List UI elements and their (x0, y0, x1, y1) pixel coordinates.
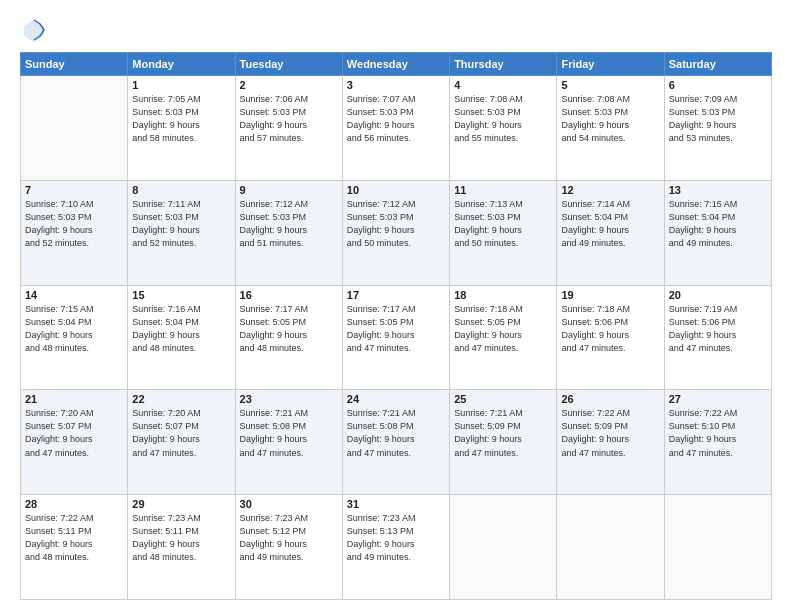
table-cell: 22Sunrise: 7:20 AM Sunset: 5:07 PM Dayli… (128, 390, 235, 495)
day-number: 10 (347, 184, 445, 196)
table-cell: 30Sunrise: 7:23 AM Sunset: 5:12 PM Dayli… (235, 495, 342, 600)
day-info: Sunrise: 7:21 AM Sunset: 5:09 PM Dayligh… (454, 407, 552, 459)
day-number: 6 (669, 79, 767, 91)
day-number: 31 (347, 498, 445, 510)
table-cell: 2Sunrise: 7:06 AM Sunset: 5:03 PM Daylig… (235, 76, 342, 181)
header (20, 16, 772, 44)
day-info: Sunrise: 7:12 AM Sunset: 5:03 PM Dayligh… (240, 198, 338, 250)
day-info: Sunrise: 7:08 AM Sunset: 5:03 PM Dayligh… (454, 93, 552, 145)
logo-icon (20, 16, 48, 44)
table-cell: 23Sunrise: 7:21 AM Sunset: 5:08 PM Dayli… (235, 390, 342, 495)
day-info: Sunrise: 7:14 AM Sunset: 5:04 PM Dayligh… (561, 198, 659, 250)
day-number: 29 (132, 498, 230, 510)
table-cell: 19Sunrise: 7:18 AM Sunset: 5:06 PM Dayli… (557, 285, 664, 390)
table-cell: 5Sunrise: 7:08 AM Sunset: 5:03 PM Daylig… (557, 76, 664, 181)
day-info: Sunrise: 7:15 AM Sunset: 5:04 PM Dayligh… (669, 198, 767, 250)
table-cell: 18Sunrise: 7:18 AM Sunset: 5:05 PM Dayli… (450, 285, 557, 390)
table-cell: 9Sunrise: 7:12 AM Sunset: 5:03 PM Daylig… (235, 180, 342, 285)
table-cell (450, 495, 557, 600)
col-saturday: Saturday (664, 53, 771, 76)
table-cell: 29Sunrise: 7:23 AM Sunset: 5:11 PM Dayli… (128, 495, 235, 600)
table-cell: 6Sunrise: 7:09 AM Sunset: 5:03 PM Daylig… (664, 76, 771, 181)
day-info: Sunrise: 7:06 AM Sunset: 5:03 PM Dayligh… (240, 93, 338, 145)
table-cell: 12Sunrise: 7:14 AM Sunset: 5:04 PM Dayli… (557, 180, 664, 285)
week-row-2: 7Sunrise: 7:10 AM Sunset: 5:03 PM Daylig… (21, 180, 772, 285)
table-cell (557, 495, 664, 600)
day-number: 11 (454, 184, 552, 196)
day-number: 19 (561, 289, 659, 301)
day-info: Sunrise: 7:12 AM Sunset: 5:03 PM Dayligh… (347, 198, 445, 250)
svg-marker-0 (24, 20, 44, 42)
day-number: 1 (132, 79, 230, 91)
col-thursday: Thursday (450, 53, 557, 76)
day-number: 25 (454, 393, 552, 405)
table-cell: 13Sunrise: 7:15 AM Sunset: 5:04 PM Dayli… (664, 180, 771, 285)
table-cell: 26Sunrise: 7:22 AM Sunset: 5:09 PM Dayli… (557, 390, 664, 495)
table-cell: 1Sunrise: 7:05 AM Sunset: 5:03 PM Daylig… (128, 76, 235, 181)
day-info: Sunrise: 7:22 AM Sunset: 5:09 PM Dayligh… (561, 407, 659, 459)
day-number: 21 (25, 393, 123, 405)
table-cell: 20Sunrise: 7:19 AM Sunset: 5:06 PM Dayli… (664, 285, 771, 390)
day-number: 15 (132, 289, 230, 301)
col-wednesday: Wednesday (342, 53, 449, 76)
day-number: 14 (25, 289, 123, 301)
day-number: 9 (240, 184, 338, 196)
day-number: 7 (25, 184, 123, 196)
day-number: 24 (347, 393, 445, 405)
day-info: Sunrise: 7:08 AM Sunset: 5:03 PM Dayligh… (561, 93, 659, 145)
day-number: 27 (669, 393, 767, 405)
day-info: Sunrise: 7:18 AM Sunset: 5:05 PM Dayligh… (454, 303, 552, 355)
day-info: Sunrise: 7:23 AM Sunset: 5:12 PM Dayligh… (240, 512, 338, 564)
day-number: 4 (454, 79, 552, 91)
table-cell: 17Sunrise: 7:17 AM Sunset: 5:05 PM Dayli… (342, 285, 449, 390)
table-cell: 3Sunrise: 7:07 AM Sunset: 5:03 PM Daylig… (342, 76, 449, 181)
day-info: Sunrise: 7:23 AM Sunset: 5:13 PM Dayligh… (347, 512, 445, 564)
day-info: Sunrise: 7:20 AM Sunset: 5:07 PM Dayligh… (132, 407, 230, 459)
day-number: 8 (132, 184, 230, 196)
table-cell: 16Sunrise: 7:17 AM Sunset: 5:05 PM Dayli… (235, 285, 342, 390)
table-cell: 25Sunrise: 7:21 AM Sunset: 5:09 PM Dayli… (450, 390, 557, 495)
week-row-5: 28Sunrise: 7:22 AM Sunset: 5:11 PM Dayli… (21, 495, 772, 600)
day-info: Sunrise: 7:23 AM Sunset: 5:11 PM Dayligh… (132, 512, 230, 564)
day-info: Sunrise: 7:13 AM Sunset: 5:03 PM Dayligh… (454, 198, 552, 250)
day-info: Sunrise: 7:10 AM Sunset: 5:03 PM Dayligh… (25, 198, 123, 250)
table-cell: 10Sunrise: 7:12 AM Sunset: 5:03 PM Dayli… (342, 180, 449, 285)
day-number: 12 (561, 184, 659, 196)
table-cell: 21Sunrise: 7:20 AM Sunset: 5:07 PM Dayli… (21, 390, 128, 495)
day-number: 5 (561, 79, 659, 91)
day-number: 18 (454, 289, 552, 301)
day-info: Sunrise: 7:17 AM Sunset: 5:05 PM Dayligh… (240, 303, 338, 355)
table-cell: 14Sunrise: 7:15 AM Sunset: 5:04 PM Dayli… (21, 285, 128, 390)
day-number: 16 (240, 289, 338, 301)
col-monday: Monday (128, 53, 235, 76)
day-number: 17 (347, 289, 445, 301)
col-friday: Friday (557, 53, 664, 76)
day-info: Sunrise: 7:22 AM Sunset: 5:10 PM Dayligh… (669, 407, 767, 459)
table-cell (664, 495, 771, 600)
day-info: Sunrise: 7:21 AM Sunset: 5:08 PM Dayligh… (240, 407, 338, 459)
table-cell: 11Sunrise: 7:13 AM Sunset: 5:03 PM Dayli… (450, 180, 557, 285)
calendar: Sunday Monday Tuesday Wednesday Thursday… (20, 52, 772, 600)
table-cell (21, 76, 128, 181)
day-number: 26 (561, 393, 659, 405)
table-cell: 15Sunrise: 7:16 AM Sunset: 5:04 PM Dayli… (128, 285, 235, 390)
day-info: Sunrise: 7:22 AM Sunset: 5:11 PM Dayligh… (25, 512, 123, 564)
day-number: 3 (347, 79, 445, 91)
col-sunday: Sunday (21, 53, 128, 76)
day-info: Sunrise: 7:07 AM Sunset: 5:03 PM Dayligh… (347, 93, 445, 145)
col-tuesday: Tuesday (235, 53, 342, 76)
table-cell: 8Sunrise: 7:11 AM Sunset: 5:03 PM Daylig… (128, 180, 235, 285)
logo (20, 16, 52, 44)
day-info: Sunrise: 7:09 AM Sunset: 5:03 PM Dayligh… (669, 93, 767, 145)
day-info: Sunrise: 7:15 AM Sunset: 5:04 PM Dayligh… (25, 303, 123, 355)
day-number: 30 (240, 498, 338, 510)
day-info: Sunrise: 7:21 AM Sunset: 5:08 PM Dayligh… (347, 407, 445, 459)
day-number: 23 (240, 393, 338, 405)
day-number: 13 (669, 184, 767, 196)
day-info: Sunrise: 7:05 AM Sunset: 5:03 PM Dayligh… (132, 93, 230, 145)
calendar-header-row: Sunday Monday Tuesday Wednesday Thursday… (21, 53, 772, 76)
table-cell: 24Sunrise: 7:21 AM Sunset: 5:08 PM Dayli… (342, 390, 449, 495)
week-row-4: 21Sunrise: 7:20 AM Sunset: 5:07 PM Dayli… (21, 390, 772, 495)
day-number: 20 (669, 289, 767, 301)
day-number: 22 (132, 393, 230, 405)
